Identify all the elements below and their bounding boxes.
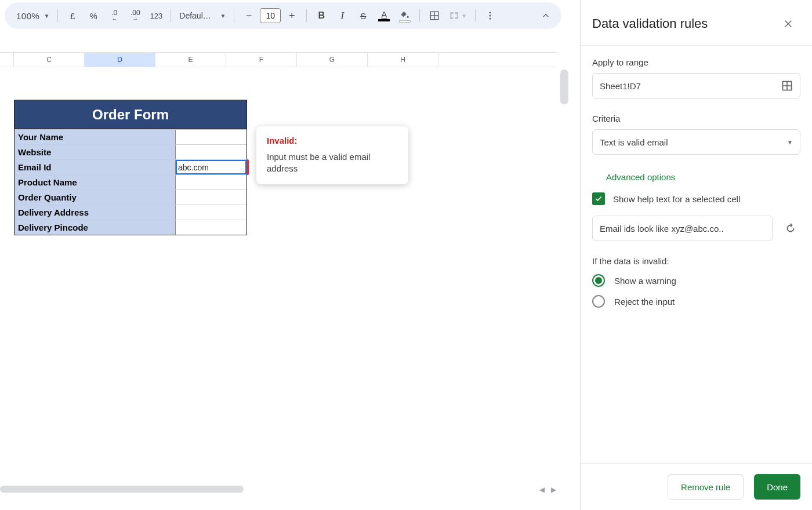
zoom-dropdown[interactable]: 100%▼ <box>10 6 53 26</box>
column-header-H[interactable]: H <box>368 53 438 67</box>
font-size-input[interactable] <box>260 8 281 23</box>
tooltip-body: Input must be a valid email address <box>267 151 398 175</box>
column-header-G[interactable]: G <box>297 53 368 67</box>
form-row: Delivery Address <box>14 205 246 220</box>
form-row: Delivery Pincode <box>14 220 246 235</box>
order-form: Order Form Your NameWebsiteEmail Idabc.c… <box>14 100 247 235</box>
borders-icon <box>429 10 440 21</box>
paint-bucket-icon <box>400 9 410 20</box>
more-tools-button[interactable] <box>480 6 500 26</box>
column-header-E[interactable]: E <box>155 53 226 67</box>
reset-help-text-button[interactable] <box>781 218 800 238</box>
form-label: Website <box>14 145 176 159</box>
percent-button[interactable]: % <box>84 6 103 26</box>
form-label: Order Quantiy <box>14 190 176 205</box>
svg-point-2 <box>490 18 491 20</box>
column-header-D[interactable]: D <box>85 53 155 67</box>
checkbox-checked-icon <box>592 192 605 205</box>
increase-decimal-button[interactable]: .00→ <box>125 6 145 26</box>
column-headers: CDEFGH <box>0 52 557 67</box>
merge-icon <box>449 10 459 21</box>
horizontal-scrollbar[interactable] <box>0 485 557 494</box>
vertical-scrollbar[interactable] <box>560 70 568 104</box>
borders-button[interactable] <box>425 6 444 26</box>
form-row: Order Quantiy <box>14 190 246 205</box>
criteria-label: Criteria <box>592 114 800 123</box>
column-header-F[interactable]: F <box>226 53 297 67</box>
order-form-title: Order Form <box>14 100 246 129</box>
svg-point-0 <box>490 12 491 13</box>
more-vertical-icon <box>485 10 495 21</box>
panel-title: Data validation rules <box>592 16 708 31</box>
advanced-options-toggle[interactable]: Advanced options <box>592 172 800 182</box>
radio-reject-input[interactable]: Reject the input <box>592 295 800 308</box>
close-icon <box>783 19 793 29</box>
form-label: Delivery Address <box>14 205 176 220</box>
currency-button[interactable]: £ <box>63 6 82 26</box>
merge-cells-button[interactable]: ▼ <box>445 6 470 26</box>
column-header-C[interactable]: C <box>14 53 85 67</box>
svg-point-1 <box>490 15 491 17</box>
form-value-cell[interactable] <box>176 145 246 159</box>
form-value-cell[interactable] <box>176 130 246 144</box>
help-text-input[interactable]: Email ids look like xyz@abc.co.. <box>592 216 773 241</box>
form-value-cell[interactable] <box>176 190 246 205</box>
form-label: Delivery Pincode <box>14 220 176 235</box>
apply-range-input[interactable]: Sheet1!D7 <box>592 73 800 99</box>
form-label: Product Name <box>14 175 176 190</box>
radio-selected-icon <box>592 274 605 287</box>
form-value-cell[interactable]: abc.com <box>176 160 246 174</box>
remove-rule-button[interactable]: Remove rule <box>668 474 744 500</box>
form-value-cell[interactable] <box>176 175 246 190</box>
tooltip-header: Invalid: <box>267 136 398 145</box>
form-value-cell[interactable] <box>176 205 246 220</box>
form-label: Your Name <box>14 130 176 144</box>
form-row: Email Idabc.com <box>14 159 246 174</box>
validation-tooltip: Invalid: Input must be a valid email add… <box>256 126 408 184</box>
done-button[interactable]: Done <box>754 474 800 500</box>
font-size-decrease[interactable]: − <box>239 6 259 26</box>
decrease-decimal-button[interactable]: .0← <box>104 6 124 26</box>
strikethrough-button[interactable]: S <box>353 6 373 26</box>
text-color-button[interactable]: A <box>374 6 394 26</box>
show-help-text-checkbox[interactable]: Show help text for a selected cell <box>592 192 800 205</box>
italic-button[interactable]: I <box>332 6 352 26</box>
select-range-icon <box>781 80 793 92</box>
font-family-dropdown[interactable]: Defaul…▼ <box>176 6 229 26</box>
close-panel-button[interactable] <box>778 14 798 34</box>
form-value-cell[interactable] <box>176 220 246 235</box>
form-row: Your Name <box>14 129 246 144</box>
collapse-toolbar-button[interactable] <box>536 6 556 26</box>
show-help-text-label: Show help text for a selected cell <box>613 194 740 204</box>
data-validation-panel: Data validation rules Apply to range She… <box>580 0 812 510</box>
form-row: Product Name <box>14 174 246 190</box>
radio-unselected-icon <box>592 295 605 308</box>
fill-color-button[interactable] <box>395 6 415 26</box>
number-format-button[interactable]: 123 <box>146 6 166 26</box>
form-label: Email Id <box>14 160 176 174</box>
chevron-up-icon <box>541 10 551 21</box>
invalid-data-label: If the data is invalid: <box>592 256 800 266</box>
font-size-increase[interactable]: + <box>282 6 302 26</box>
radio-show-warning[interactable]: Show a warning <box>592 274 800 287</box>
bold-button[interactable]: B <box>311 6 331 26</box>
form-row: Website <box>14 144 246 159</box>
sheet-nav-arrows[interactable]: ◀ ▶ <box>539 486 559 494</box>
refresh-icon <box>784 222 797 235</box>
criteria-select[interactable]: Text is valid email▼ <box>592 129 800 155</box>
apply-range-label: Apply to range <box>592 57 800 67</box>
toolbar: 100%▼ £ % .0← .00→ 123 Defaul…▼ − + B I … <box>5 2 561 29</box>
